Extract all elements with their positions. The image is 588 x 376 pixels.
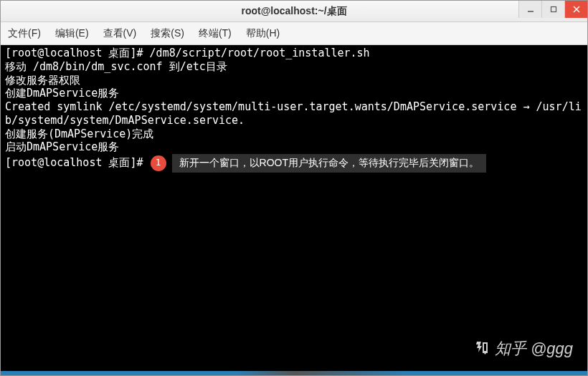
terminal-line: Created symlink /etc/systemd/system/mult… [5, 100, 583, 127]
annotation-badge: 1 [151, 155, 166, 171]
menu-terminal[interactable]: 终端(T) [199, 27, 232, 40]
watermark-brand: 知乎 [495, 339, 526, 359]
menu-file[interactable]: 文件(F) [8, 27, 41, 40]
watermark: 知乎 @ggg [473, 339, 573, 359]
terminal-line: 创建DmAPService服务 [5, 87, 583, 100]
terminal-line: 移动 /dm8/bin/dm_svc.conf 到/etc目录 [5, 60, 583, 74]
titlebar: root@localhost:~/桌面 [1, 1, 587, 22]
terminal-line: 修改服务器权限 [5, 74, 583, 87]
menu-edit[interactable]: 编辑(E) [55, 27, 89, 40]
terminal-window: root@localhost:~/桌面 文件(F) 编辑(E) 查看(V) 搜索… [0, 0, 588, 376]
svg-rect-1 [551, 7, 556, 12]
minimize-icon [527, 6, 534, 13]
prompt-text: [root@localhost 桌面]# [5, 47, 150, 59]
menu-view[interactable]: 查看(V) [103, 27, 137, 40]
terminal-output[interactable]: [root@localhost 桌面]# /dm8/script/root/ro… [1, 45, 587, 371]
terminal-line: 启动DmAPService服务 [5, 140, 583, 154]
annotation-text: 新开一个窗口，以ROOT用户执行命令，等待执行完毕后关闭窗口。 [172, 154, 486, 173]
menu-help[interactable]: 帮助(H) [246, 27, 280, 40]
close-icon [573, 6, 580, 13]
maximize-icon [550, 6, 557, 13]
window-title: root@localhost:~/桌面 [241, 5, 346, 18]
zhihu-icon [473, 339, 490, 357]
terminal-line: [root@localhost 桌面]# 1 新开一个窗口，以ROOT用户执行命… [5, 154, 583, 173]
menu-search[interactable]: 搜索(S) [151, 27, 184, 40]
minimize-button[interactable] [518, 1, 541, 18]
prompt-text: [root@localhost 桌面]# [5, 156, 143, 170]
watermark-user: @ggg [531, 339, 573, 359]
menubar: 文件(F) 编辑(E) 查看(V) 搜索(S) 终端(T) 帮助(H) [1, 22, 587, 45]
command-text: /dm8/script/root/root_installer.sh [150, 47, 370, 59]
window-controls [518, 1, 587, 21]
terminal-line: [root@localhost 桌面]# /dm8/script/root/ro… [5, 47, 583, 60]
terminal-line: 创建服务(DmAPService)完成 [5, 127, 583, 141]
taskbar-edge [1, 371, 587, 375]
maximize-button[interactable] [541, 1, 564, 18]
close-button[interactable] [564, 1, 587, 18]
